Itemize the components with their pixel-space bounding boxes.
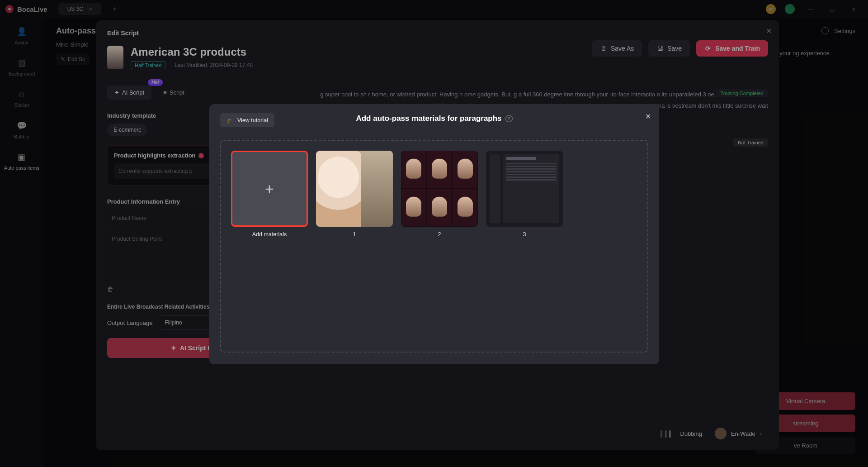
help-icon[interactable]: ? [505, 115, 513, 122]
material-label-2: 2 [438, 231, 441, 238]
close-materials-modal-button[interactable]: ✕ [645, 112, 651, 121]
material-thumb-3[interactable] [486, 151, 563, 227]
add-materials-label: Add materials [252, 231, 287, 238]
add-materials-tile[interactable]: + [231, 151, 308, 227]
material-label-1: 1 [353, 231, 356, 238]
view-tutorial-button[interactable]: 🎓View tutorial [220, 113, 274, 127]
graduation-cap-icon: 🎓 [226, 117, 234, 124]
add-materials-modal: 🎓View tutorial Add auto-pass materials f… [209, 104, 659, 364]
materials-dropzone[interactable]: + Add materials 1 2 3 [220, 140, 648, 353]
materials-modal-title: Add auto-pass materials for paragraphs? [356, 114, 512, 123]
material-label-3: 3 [523, 231, 526, 238]
material-thumb-1[interactable] [316, 151, 393, 227]
plus-large-icon: + [265, 180, 274, 198]
material-thumb-2[interactable] [401, 151, 478, 227]
